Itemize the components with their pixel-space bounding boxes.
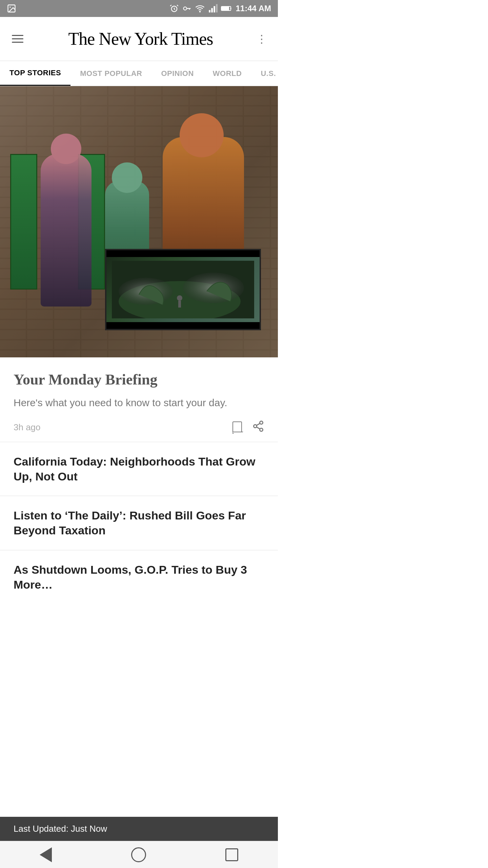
share-button[interactable]: [252, 420, 264, 435]
wifi-icon: [195, 4, 205, 13]
bottom-navigation: [0, 841, 278, 868]
battery-icon: [221, 4, 232, 13]
story-item-2[interactable]: Listen to ‘The Daily’: Rushed Bill Goes …: [0, 496, 278, 550]
hamburger-menu[interactable]: [10, 33, 25, 44]
main-article[interactable]: Your Monday Briefing Here's what you nee…: [0, 357, 278, 442]
more-options-button[interactable]: ⋮: [256, 33, 268, 45]
hero-background: [0, 86, 278, 357]
svg-rect-20: [178, 301, 181, 308]
alarm-icon: [169, 4, 179, 13]
svg-line-25: [257, 423, 260, 426]
svg-point-3: [183, 7, 186, 10]
svg-line-24: [257, 427, 260, 429]
home-circle-icon: [131, 847, 146, 862]
story-item-3[interactable]: As Shutdown Looms, G.O.P. Tries to Buy 3…: [0, 550, 278, 592]
story-item-1[interactable]: California Today: Neighborhoods That Gro…: [0, 442, 278, 496]
video-bottom-bar: [106, 322, 260, 329]
svg-rect-8: [216, 4, 218, 12]
back-arrow-icon: [40, 847, 52, 862]
svg-point-21: [260, 421, 263, 424]
last-updated-text: Last Updated: Just Now: [14, 824, 107, 834]
svg-point-19: [177, 295, 182, 301]
video-overlay[interactable]: [105, 249, 261, 330]
svg-point-22: [254, 425, 257, 428]
video-content: [106, 257, 260, 322]
tab-opinion[interactable]: OPINION: [151, 62, 203, 85]
share-icon-svg: [252, 420, 264, 432]
story-title-3: As Shutdown Looms, G.O.P. Tries to Buy 3…: [14, 562, 264, 592]
article-meta: 3h ago: [14, 420, 264, 435]
article-actions: [232, 420, 264, 435]
key-icon: [182, 4, 192, 13]
status-left-icons: [7, 4, 16, 13]
status-right-icons: 11:44 AM: [169, 4, 271, 13]
app-header: The New York Times ⋮: [0, 17, 278, 61]
svg-point-1: [9, 6, 11, 8]
time-display: 11:44 AM: [236, 4, 271, 13]
tab-top-stories[interactable]: TOP STORIES: [0, 61, 70, 86]
hero-image[interactable]: [0, 86, 278, 357]
nav-tabs: TOP STORIES MOST POPULAR OPINION WORLD U…: [0, 61, 278, 86]
story-title-1: California Today: Neighborhoods That Gro…: [14, 454, 264, 484]
svg-point-23: [260, 428, 263, 431]
article-time: 3h ago: [14, 422, 41, 433]
bookmark-button[interactable]: [232, 421, 242, 434]
photo-icon: [7, 4, 16, 13]
video-top-bar: [106, 250, 260, 257]
svg-point-4: [199, 11, 200, 12]
signal-icon: [208, 4, 218, 13]
svg-rect-7: [214, 6, 215, 13]
nyt-logo: The New York Times: [25, 29, 256, 49]
main-article-title: Your Monday Briefing: [14, 371, 264, 389]
last-updated-bar: Last Updated: Just Now: [0, 817, 278, 841]
home-button[interactable]: [131, 847, 146, 862]
tab-most-popular[interactable]: MOST POPULAR: [70, 62, 151, 85]
tab-us[interactable]: U.S.: [251, 62, 278, 85]
recent-button[interactable]: [225, 848, 238, 861]
svg-rect-10: [222, 7, 229, 10]
video-scene: [112, 261, 254, 318]
door-left: [10, 154, 37, 290]
status-bar: 11:44 AM: [0, 0, 278, 17]
main-article-subtitle: Here's what you need to know to start yo…: [14, 396, 264, 410]
back-button[interactable]: [40, 847, 52, 862]
recent-square-icon: [225, 848, 238, 861]
tab-world[interactable]: WORLD: [203, 62, 251, 85]
figure-left: [41, 154, 92, 307]
svg-rect-5: [209, 10, 210, 13]
svg-rect-6: [211, 8, 213, 13]
story-title-2: Listen to ‘The Daily’: Rushed Bill Goes …: [14, 508, 264, 538]
